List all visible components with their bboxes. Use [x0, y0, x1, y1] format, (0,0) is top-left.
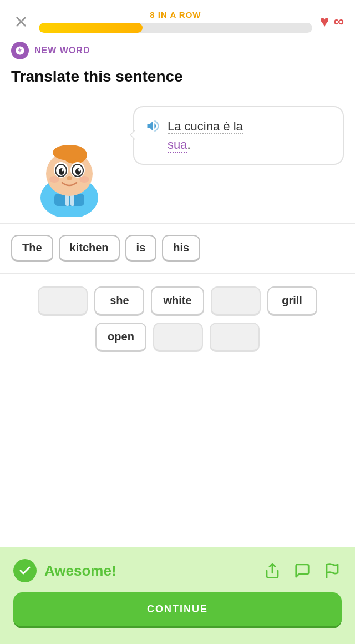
svg-point-23	[79, 176, 89, 183]
progress-bar-background	[39, 23, 312, 33]
bubble-text-period: .	[187, 138, 190, 152]
streak-label: 8 IN A ROW	[150, 10, 201, 19]
share-button[interactable]	[263, 561, 282, 580]
bank-chip-used-8	[210, 323, 260, 352]
bubble-text: La cucina è la sua.	[168, 117, 243, 154]
hearts-area: ♥ ∞	[320, 13, 344, 31]
badge-icon	[11, 42, 29, 59]
success-row: Awesome!	[13, 559, 342, 582]
svg-point-21	[67, 176, 72, 180]
bubble-text-highlight: sua	[168, 138, 187, 153]
infinity-icon: ∞	[333, 13, 344, 30]
answer-chip-kitchen[interactable]: kitchen	[59, 235, 120, 262]
bank-chip-she[interactable]: she	[94, 286, 144, 316]
bank-chip-grill[interactable]: grill	[267, 286, 317, 316]
answer-chip-is[interactable]: is	[125, 235, 157, 262]
answer-chip-his[interactable]: his	[162, 235, 200, 262]
continue-button[interactable]: CONTINUE	[13, 592, 342, 628]
header: 8 IN A ROW ♥ ∞	[0, 0, 355, 38]
word-bank: she white grill open	[0, 274, 355, 361]
check-circle	[13, 559, 37, 582]
chat-button[interactable]	[293, 561, 312, 580]
new-word-badge: NEW WORD	[0, 38, 355, 62]
awesome-text: Awesome!	[44, 562, 116, 580]
bank-chip-used-4	[211, 286, 261, 316]
bank-chip-white[interactable]: white	[151, 286, 204, 316]
close-button[interactable]	[11, 12, 31, 32]
instruction-text: Translate this sentence	[0, 62, 355, 95]
answer-area: The kitchen is his	[0, 223, 355, 274]
answer-chip-the[interactable]: The	[11, 235, 53, 262]
svg-point-20	[78, 168, 80, 171]
success-left: Awesome!	[13, 559, 116, 582]
progress-bar-fill	[39, 23, 143, 33]
character-figure	[11, 112, 128, 217]
bank-chip-used-7	[153, 323, 203, 352]
success-footer: Awesome!	[0, 547, 355, 644]
svg-point-10	[53, 145, 86, 160]
bubble-text-main: La cucina è la	[168, 119, 243, 134]
speaker-icon[interactable]	[145, 118, 161, 137]
badge-text: NEW WORD	[34, 46, 90, 56]
heart-icon: ♥	[320, 13, 329, 31]
svg-point-19	[62, 168, 64, 171]
svg-point-22	[49, 176, 59, 183]
progress-area: 8 IN A ROW	[39, 10, 312, 33]
action-icons	[263, 561, 342, 580]
character-area: La cucina è la sua.	[0, 95, 355, 223]
speech-bubble: La cucina è la sua.	[133, 106, 344, 165]
bank-chip-used-1	[38, 286, 88, 316]
bank-chip-open[interactable]: open	[95, 323, 146, 352]
flag-button[interactable]	[323, 561, 342, 580]
